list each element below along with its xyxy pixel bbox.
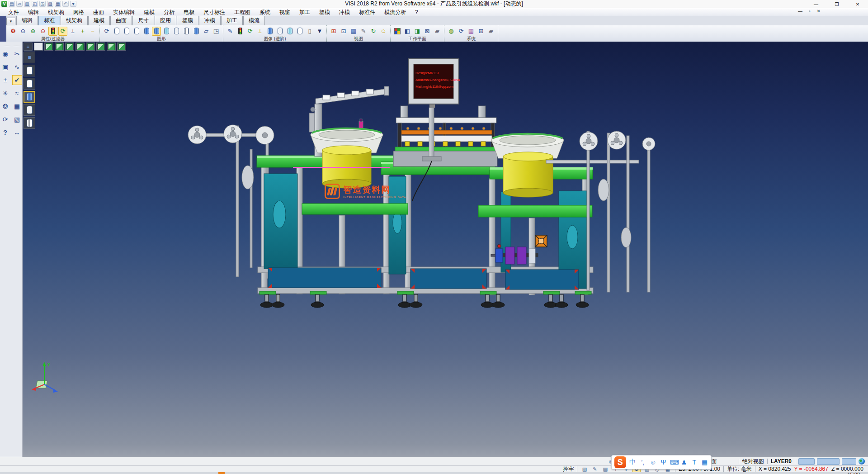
- menu-window[interactable]: 视窗: [275, 9, 295, 16]
- cylinder-box-icon[interactable]: [192, 27, 201, 36]
- plane-x-icon[interactable]: ⊠: [423, 27, 432, 36]
- cut-icon[interactable]: ✂: [12, 49, 22, 59]
- snap-toggle-button[interactable]: [798, 458, 815, 465]
- open-folder-icon[interactable]: ▱: [16, 1, 23, 7]
- light-cylinder-icon[interactable]: [275, 27, 284, 36]
- child-close-button[interactable]: ✕: [817, 9, 821, 14]
- ime-voice-icon[interactable]: Ψ: [660, 459, 667, 466]
- minimize-button[interactable]: —: [806, 0, 826, 8]
- export-icon[interactable]: ◳: [39, 1, 46, 7]
- plane-free-icon[interactable]: ▰: [433, 27, 442, 36]
- tab-mold[interactable]: 塑膜: [177, 16, 198, 25]
- show-all-icon[interactable]: +: [78, 27, 87, 36]
- ime-emoji-icon[interactable]: ☺: [649, 459, 657, 466]
- tab-surface[interactable]: 曲面: [110, 16, 132, 25]
- menu-solid-edit[interactable]: 实体编辑: [108, 9, 139, 16]
- refresh-attributes-icon[interactable]: ⟳: [58, 27, 67, 36]
- ortho-toggle-button[interactable]: [842, 458, 856, 465]
- rgb-grid-icon[interactable]: [393, 27, 402, 36]
- ime-toolbox-icon[interactable]: ▦: [701, 459, 708, 466]
- palette-icon[interactable]: ❂: [9, 27, 18, 36]
- sketch-pencil-icon[interactable]: ✎: [359, 27, 368, 36]
- tab-machining[interactable]: 加工: [221, 16, 243, 25]
- dashed-cylinder-icon[interactable]: [132, 27, 141, 36]
- ime-punctuation-icon[interactable]: ’,: [639, 459, 646, 466]
- system-plane-icon[interactable]: ▰: [486, 27, 495, 36]
- menu-electrode[interactable]: 电极: [179, 9, 199, 16]
- system-select-icon[interactable]: ⊞: [476, 27, 486, 36]
- tab-die[interactable]: 冲模: [199, 16, 221, 25]
- plane-align-icon[interactable]: ◨: [413, 27, 422, 36]
- curve-pencil-icon[interactable]: ∿: [12, 62, 22, 72]
- window-grid-icon[interactable]: ▦: [12, 101, 22, 111]
- panel-grip[interactable]: [2, 43, 20, 46]
- export-view-icon[interactable]: ◳: [212, 27, 221, 36]
- tab-apply[interactable]: 应用: [155, 16, 176, 25]
- menu-mold[interactable]: 塑模: [315, 9, 335, 16]
- clip-plane-icon[interactable]: ▯: [305, 27, 314, 36]
- viewport-3d[interactable]: ≡ ≡: [23, 42, 868, 457]
- smiley-view-icon[interactable]: ☺: [379, 27, 388, 36]
- layers-palette-icon[interactable]: ❂: [0, 101, 10, 111]
- zoom-solid-icon[interactable]: ±: [0, 75, 10, 85]
- traffic-light-icon[interactable]: [48, 27, 57, 36]
- tab-modeling[interactable]: 建模: [88, 16, 110, 25]
- refresh-adv-icon[interactable]: ⟳: [245, 27, 255, 36]
- tab-dimension[interactable]: 尺寸: [132, 16, 154, 25]
- plusminus-adv-icon[interactable]: ±: [255, 27, 264, 36]
- menu-mesh[interactable]: 网格: [69, 9, 89, 16]
- taskbar-app-icon[interactable]: [218, 472, 225, 474]
- measure-icon[interactable]: ↔: [12, 128, 22, 137]
- section-arrow-icon[interactable]: ▼: [315, 27, 324, 36]
- solid-cylinder-icon[interactable]: [265, 27, 274, 36]
- orb-icon[interactable]: ◍: [447, 27, 456, 36]
- menu-dimension[interactable]: 尺寸标注: [199, 9, 230, 16]
- grid-plane-icon[interactable]: ▦: [349, 27, 358, 36]
- menu-drawing[interactable]: 工程图: [230, 9, 255, 16]
- eye-add-icon[interactable]: ⊕: [28, 27, 38, 36]
- save-icon[interactable]: ▥: [24, 1, 30, 7]
- help-icon[interactable]: ?: [0, 128, 10, 137]
- shaded-edges-cylinder-icon[interactable]: [152, 27, 161, 36]
- menu-system[interactable]: 系统: [255, 9, 275, 16]
- refresh-view-icon[interactable]: ↻: [369, 27, 378, 36]
- menu-wireframe[interactable]: 线架构: [43, 9, 69, 16]
- hide-all-icon[interactable]: −: [88, 27, 97, 36]
- draw-icon[interactable]: ✎: [591, 466, 599, 472]
- quickbar-more-icon[interactable]: ▾: [70, 1, 76, 7]
- tab-edit[interactable]: 编辑: [16, 16, 38, 25]
- solid-cube-icon[interactable]: ▧: [12, 114, 22, 124]
- online-globe-icon[interactable]: [859, 458, 865, 465]
- ime-skin-icon[interactable]: T: [690, 459, 698, 466]
- menu-machining[interactable]: 加工: [295, 9, 315, 16]
- new-file-icon[interactable]: ▤: [9, 1, 15, 7]
- ime-profile-icon[interactable]: ♟: [680, 459, 688, 466]
- regen-icon[interactable]: ⟳: [0, 114, 10, 124]
- select-check-icon[interactable]: ✔: [12, 75, 22, 85]
- lock-label[interactable]: 拴牢: [560, 466, 577, 472]
- print-icon[interactable]: ▨: [47, 1, 53, 7]
- outline-cylinder-icon[interactable]: [295, 27, 304, 36]
- active-layer-label[interactable]: LAYER0: [768, 457, 795, 465]
- hatched-cylinder-icon[interactable]: [182, 27, 191, 36]
- menu-file[interactable]: 文件: [4, 9, 24, 16]
- hidden-line-cylinder-icon[interactable]: [122, 27, 131, 36]
- plot-icon[interactable]: ▦: [55, 1, 61, 7]
- tab-standard[interactable]: 标准: [38, 16, 60, 25]
- wire-cylinder-icon[interactable]: [112, 27, 121, 36]
- system-grid-icon[interactable]: ▦: [467, 27, 476, 36]
- menu-analysis[interactable]: 分析: [159, 9, 179, 16]
- spline-icon[interactable]: ≈: [12, 88, 22, 98]
- eye-plusminus-icon[interactable]: ±: [68, 27, 77, 36]
- zoom-page-icon[interactable]: ⊡: [339, 27, 348, 36]
- flat-cylinder-icon[interactable]: [172, 27, 181, 36]
- tab-flow[interactable]: 模流: [243, 16, 265, 25]
- menu-flow-analysis[interactable]: 模流分析: [380, 9, 410, 16]
- grid-toggle-button[interactable]: [817, 458, 840, 465]
- view-mode-label[interactable]: 绝对视图: [739, 457, 767, 465]
- menu-standard-parts[interactable]: 标准件: [354, 9, 380, 16]
- close-button[interactable]: ✕: [847, 0, 868, 8]
- refresh-graphics-icon[interactable]: ⟳: [102, 27, 111, 36]
- child-minimize-button[interactable]: —: [798, 9, 802, 14]
- import-icon[interactable]: ◰: [32, 1, 38, 7]
